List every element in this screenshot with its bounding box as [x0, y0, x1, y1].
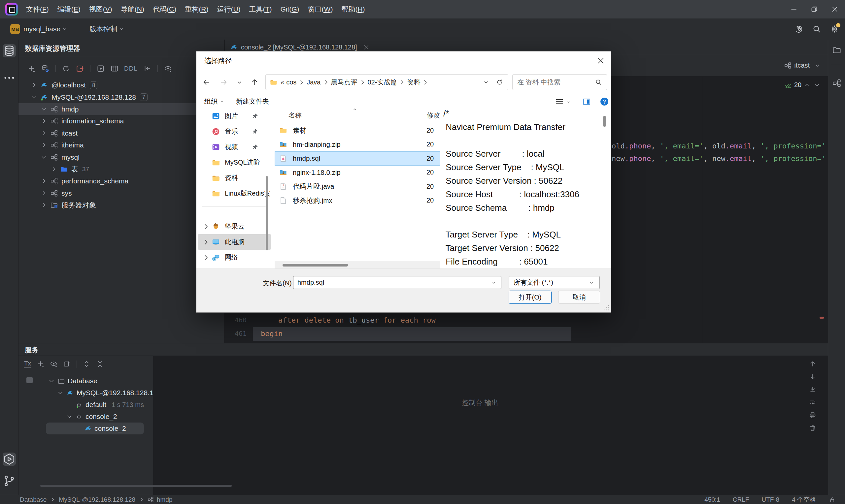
- menu-W[interactable]: 窗口(W): [304, 0, 337, 18]
- up-button[interactable]: [249, 76, 261, 88]
- settings-gear-icon[interactable]: [830, 24, 839, 34]
- arrow-down-icon[interactable]: [809, 373, 816, 381]
- column-divider[interactable]: [425, 109, 425, 120]
- menu-C[interactable]: 代码(C): [148, 0, 180, 18]
- chevron-down-icon[interactable]: [482, 78, 490, 86]
- horizontal-scrollbar[interactable]: [283, 264, 348, 267]
- status-crumb[interactable]: MySQL-@192.168.128.128: [59, 496, 135, 503]
- menu-U[interactable]: 运行(U): [213, 0, 245, 18]
- refresh-icon[interactable]: [62, 64, 70, 73]
- back-button[interactable]: [200, 76, 212, 88]
- menu-H[interactable]: 帮助(H): [337, 0, 369, 18]
- service-item-default[interactable]: default1 s 713 ms: [18, 399, 153, 411]
- db-tree-item-@localhost[interactable]: @localhost8: [18, 79, 224, 91]
- preview-scrollbar[interactable]: [603, 116, 606, 127]
- menu-T[interactable]: 工具(T): [245, 0, 276, 18]
- db-tree-item-MySQL-@192.168.128.128[interactable]: MySQL-@192.168.128.1287: [18, 91, 224, 103]
- disconnect-icon[interactable]: [75, 64, 84, 73]
- forward-button[interactable]: [217, 76, 229, 88]
- menu-V[interactable]: 视图(V): [85, 0, 117, 18]
- menu-E[interactable]: 编辑(E): [53, 0, 85, 18]
- datasource-settings-icon[interactable]: [41, 64, 50, 73]
- help-icon[interactable]: ?: [600, 97, 609, 106]
- sidebar-item-视频[interactable]: 视频: [198, 139, 271, 155]
- chevron-down-icon[interactable]: [40, 106, 48, 113]
- sidebar-item-资料[interactable]: 资料: [198, 170, 271, 186]
- chevron-right-icon[interactable]: [40, 190, 48, 197]
- preview-pane-icon[interactable]: [582, 97, 591, 106]
- expand-all-icon[interactable]: [83, 360, 91, 368]
- chevron-right-icon[interactable]: [40, 142, 48, 149]
- project-files-icon[interactable]: [832, 46, 841, 55]
- chevron-right-icon[interactable]: [50, 166, 57, 173]
- sidebar-item-图片[interactable]: 图片: [198, 108, 271, 124]
- line-ending[interactable]: CRLF: [733, 496, 749, 503]
- project-badge[interactable]: MB: [10, 24, 20, 34]
- db-tree-item-表[interactable]: 表37: [18, 163, 224, 175]
- db-tree-item-itheima[interactable]: itheima: [18, 139, 224, 151]
- db-tree-item-performance_schema[interactable]: performance_schema: [18, 175, 224, 187]
- status-breadcrumb[interactable]: DatabaseMySQL-@192.168.128.128hmdp: [20, 496, 172, 503]
- inspections-widget[interactable]: 20: [785, 81, 821, 89]
- refresh-icon[interactable]: [496, 78, 504, 86]
- close-icon[interactable]: [596, 56, 606, 66]
- menu-G[interactable]: Git(G): [276, 0, 303, 18]
- column-name[interactable]: 名称: [288, 111, 302, 120]
- chevron-down-icon[interactable]: [813, 82, 821, 89]
- error-stripe-mark[interactable]: [820, 317, 824, 319]
- jump-icon[interactable]: [143, 64, 152, 73]
- status-crumb[interactable]: hmdp: [157, 496, 173, 503]
- table-view-icon[interactable]: [110, 64, 119, 73]
- search-icon[interactable]: [812, 24, 821, 34]
- chevron-right-icon[interactable]: [202, 238, 210, 246]
- service-item-console_2[interactable]: console_2: [18, 411, 153, 422]
- minimize-button[interactable]: [784, 0, 804, 18]
- sidebar-scrollbar[interactable]: [266, 176, 268, 250]
- editor-code-visible[interactable]: old.phone, ', email=', old.email, ', pro…: [612, 140, 826, 166]
- caret-position[interactable]: 450:1: [704, 496, 720, 503]
- transaction-mode-button[interactable]: Tx: [24, 360, 31, 368]
- file-row-hm-dianping.zip[interactable]: hm-dianping.zip20: [275, 138, 440, 152]
- chevron-down-icon[interactable]: [66, 413, 73, 420]
- db-tree-item-mysql[interactable]: mysql: [18, 151, 224, 163]
- indent-style[interactable]: 4 个空格: [792, 496, 816, 504]
- breadcrumb-item[interactable]: cos: [286, 78, 296, 86]
- chevron-down-icon[interactable]: [57, 389, 64, 396]
- sidebar-item-此电脑[interactable]: 此电脑: [198, 234, 271, 250]
- horizontal-scrollbar[interactable]: [40, 485, 232, 487]
- resize-grip[interactable]: [602, 303, 610, 312]
- code-line[interactable]: begin: [261, 327, 283, 340]
- open-button[interactable]: 打开(O): [509, 291, 551, 304]
- service-item-console_2[interactable]: console_2: [46, 422, 144, 434]
- chevron-right-icon[interactable]: [202, 222, 210, 231]
- breadcrumb-item[interactable]: Java: [307, 78, 320, 86]
- db-tree-item-hmdp[interactable]: hmdp: [18, 103, 224, 115]
- scroll-end-icon[interactable]: [809, 385, 816, 394]
- cancel-button[interactable]: 取消: [558, 291, 600, 304]
- project-selector[interactable]: mysql_base: [23, 25, 60, 33]
- file-row-代码片段.java[interactable]: 代码片段.java20: [275, 179, 440, 194]
- git-tool-button[interactable]: [3, 474, 16, 487]
- chevron-down-icon[interactable]: [491, 280, 497, 286]
- column-modified[interactable]: 修改: [427, 111, 440, 120]
- run-icon[interactable]: [96, 64, 105, 73]
- sidebar-item-音乐[interactable]: 音乐: [198, 124, 271, 139]
- breadcrumb-item[interactable]: 02-实战篇: [368, 78, 397, 87]
- preview-eye-icon[interactable]: [164, 64, 172, 73]
- sidebar-item-网络[interactable]: 网络: [198, 250, 271, 265]
- collapse-all-icon[interactable]: [96, 360, 104, 368]
- file-encoding[interactable]: UTF-8: [761, 496, 779, 503]
- close-button[interactable]: [825, 0, 845, 18]
- file-row-秒杀抢购.jmx[interactable]: 秒杀抢购.jmx20: [275, 194, 440, 208]
- code-line[interactable]: after delete on tb_user for each row: [261, 313, 436, 327]
- structure-icon[interactable]: [832, 78, 841, 88]
- breadcrumb-item[interactable]: 黑马点评: [331, 78, 357, 87]
- organize-button[interactable]: 组织: [204, 97, 225, 106]
- db-tree-item-itcast[interactable]: itcast: [18, 127, 224, 139]
- vcs-selector[interactable]: 版本控制: [89, 24, 117, 34]
- maximize-button[interactable]: [804, 0, 825, 18]
- chevron-down-icon[interactable]: [566, 100, 571, 105]
- ai-swirl-icon[interactable]: [794, 24, 804, 34]
- file-row-hmdp.sql[interactable]: hmdp.sql20: [275, 151, 440, 166]
- chevron-right-icon[interactable]: [40, 178, 48, 185]
